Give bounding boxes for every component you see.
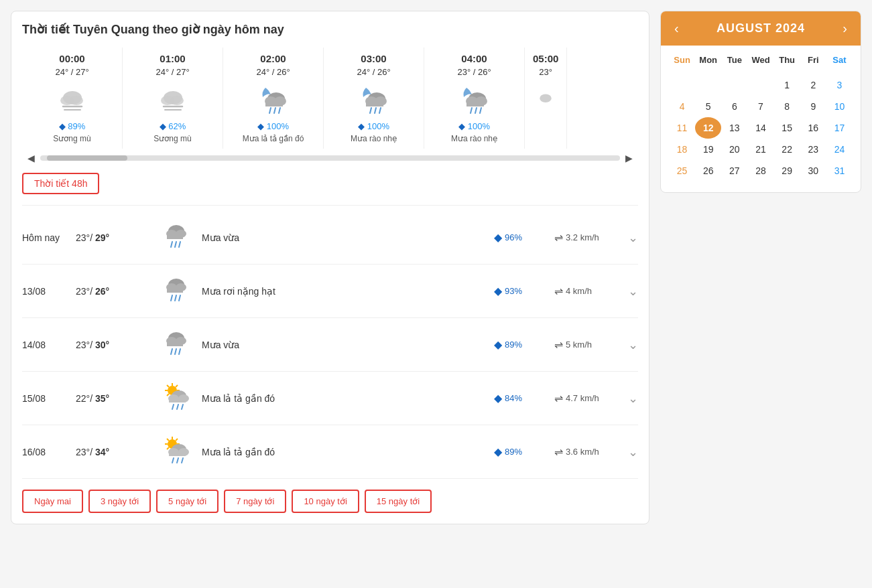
daily-row-4: 16/08 23°/ 34° (22, 425, 638, 479)
svg-line-36 (171, 242, 172, 247)
daily-desc-3: Mưa lả tả gần đó (196, 393, 494, 404)
svg-line-68 (182, 405, 183, 409)
scroll-thumb[interactable] (47, 155, 127, 161)
cal-cell-21[interactable]: 21 (747, 139, 773, 160)
hourly-time-3: 03:00 (332, 53, 416, 64)
scroll-track[interactable] (40, 155, 620, 161)
cal-cell-15[interactable]: 15 (774, 117, 800, 139)
daily-chevron-4[interactable]: ⌄ (628, 445, 638, 459)
svg-line-29 (475, 108, 477, 113)
svg-line-74 (167, 439, 169, 441)
daily-wind-2: ⇌ 5 km/h (554, 338, 628, 351)
daily-wind-0: ⇌ 3.2 km/h (554, 231, 628, 244)
daily-chevron-3[interactable]: ⌄ (628, 391, 638, 406)
svg-line-76 (176, 439, 178, 441)
cal-cell-12[interactable]: 12 (695, 117, 721, 139)
cal-cell-6[interactable]: 6 (721, 96, 747, 117)
cal-month-title: AUGUST 2024 (717, 21, 805, 35)
cal-cell-11[interactable]: 11 (669, 117, 695, 139)
cal-cell-30[interactable]: 30 (800, 160, 826, 181)
cal-label-sat: Sat (826, 51, 853, 69)
cal-cell-18[interactable]: 18 (669, 139, 695, 160)
cal-cell-7[interactable]: 7 (747, 96, 773, 117)
daily-rain-3: ◆ 84% (494, 392, 554, 405)
cal-cell-31[interactable]: 31 (826, 160, 853, 181)
hourly-scroll[interactable]: 00:00 24° / 27° ◆ 89% S (22, 48, 638, 149)
svg-line-67 (177, 405, 178, 409)
nav-btn-15days[interactable]: 15 ngày tới (365, 490, 432, 513)
btn-48h[interactable]: Thời tiết 48h (22, 173, 99, 194)
cal-cell-17[interactable]: 17 (826, 117, 853, 139)
cal-cell-1[interactable]: 1 (774, 74, 800, 96)
svg-line-45 (179, 295, 180, 301)
cal-cell-8[interactable]: 8 (774, 96, 800, 117)
cal-label-tue: Tue (721, 51, 747, 69)
daily-rain-4: ◆ 89% (494, 445, 554, 458)
daily-chevron-2[interactable]: ⌄ (628, 338, 638, 352)
hourly-icon-cloud-rain-night-3 (332, 82, 416, 116)
daily-chevron-1[interactable]: ⌄ (628, 284, 638, 299)
svg-line-84 (182, 458, 183, 463)
svg-line-83 (177, 458, 178, 463)
cal-cell-19[interactable]: 19 (695, 139, 721, 160)
cal-cell-23[interactable]: 23 (800, 139, 826, 160)
daily-temp-2: 23°/ 30° (76, 340, 156, 350)
svg-line-15 (274, 108, 275, 113)
cal-cell-20[interactable]: 20 (721, 139, 747, 160)
cal-cell-28[interactable]: 28 (747, 160, 773, 181)
cal-cell-10[interactable]: 10 (826, 96, 853, 117)
cal-label-mon: Mon (695, 51, 721, 69)
hourly-desc-1: Sương mù (131, 134, 214, 143)
cal-cell-27[interactable]: 27 (721, 160, 747, 181)
svg-line-28 (471, 108, 472, 113)
cal-cell-13[interactable]: 13 (721, 117, 747, 139)
svg-point-31 (540, 94, 552, 103)
svg-line-43 (171, 295, 172, 301)
hourly-rain-2: ◆ 100% (231, 121, 315, 131)
daily-temp-4: 23°/ 34° (76, 447, 156, 457)
hourly-item-2: 02:00 24° / 26° (223, 48, 324, 149)
cal-cell-16[interactable]: 16 (800, 117, 826, 139)
cal-cell-24[interactable]: 24 (826, 139, 853, 160)
daily-wind-3: ⇌ 4.7 km/h (554, 392, 628, 405)
scroll-left-arrow[interactable]: ◀ (22, 153, 40, 163)
daily-chevron-0[interactable]: ⌄ (628, 230, 638, 245)
cal-grid: Sun Mon Tue Wed Thu Fri Sat 123456789101… (661, 46, 861, 192)
daily-wind-4: ⇌ 3.6 km/h (554, 445, 628, 458)
cal-cell-22[interactable]: 22 (774, 139, 800, 160)
cal-cell-26[interactable]: 26 (695, 160, 721, 181)
cal-cell-3[interactable]: 3 (826, 74, 853, 96)
cal-next-button[interactable]: › (840, 21, 850, 36)
nav-btn-7days[interactable]: 7 ngày tới (224, 490, 286, 513)
cal-cell-29[interactable]: 29 (774, 160, 800, 181)
hourly-temp-5: 23° (533, 67, 558, 77)
svg-line-23 (379, 108, 381, 113)
daily-date-0: Hôm nay (22, 232, 76, 243)
daily-icon-cloud-rain-1 (156, 274, 196, 308)
hourly-item-0: 00:00 24° / 27° ◆ 89% S (22, 48, 123, 149)
cal-prev-button[interactable]: ‹ (672, 21, 682, 36)
scroll-right-arrow[interactable]: ▶ (620, 153, 638, 163)
daily-temp-1: 23°/ 26° (76, 286, 156, 297)
cal-cell-5[interactable]: 5 (695, 96, 721, 117)
cal-cell-4[interactable]: 4 (669, 96, 695, 117)
svg-rect-81 (169, 452, 186, 456)
daily-section: Hôm nay 23°/ 29° Mưa vừa (22, 205, 638, 479)
daily-icon-cloud-rain-2 (156, 327, 196, 362)
nav-btn-tomorrow[interactable]: Ngày mai (22, 490, 83, 513)
nav-btn-5days[interactable]: 5 ngày tới (156, 490, 219, 513)
cal-cell-2[interactable]: 2 (800, 74, 826, 96)
cal-cell-25[interactable]: 25 (669, 160, 695, 181)
daily-row-1: 13/08 23°/ 26° Mưa rơi nặng hạt (22, 265, 638, 318)
svg-line-38 (179, 242, 180, 247)
svg-line-37 (175, 242, 176, 247)
cal-cell-14[interactable]: 14 (747, 117, 773, 139)
svg-point-2 (70, 96, 83, 105)
nav-btn-3days[interactable]: 3 ngày tới (88, 490, 151, 513)
cal-cell-9[interactable]: 9 (800, 96, 826, 117)
nav-btn-10days[interactable]: 10 ngày tới (292, 490, 359, 513)
svg-line-61 (167, 394, 169, 396)
hourly-time-0: 00:00 (30, 53, 114, 64)
hourly-item-3: 03:00 24° / 26° (324, 48, 424, 149)
svg-line-82 (172, 458, 174, 463)
